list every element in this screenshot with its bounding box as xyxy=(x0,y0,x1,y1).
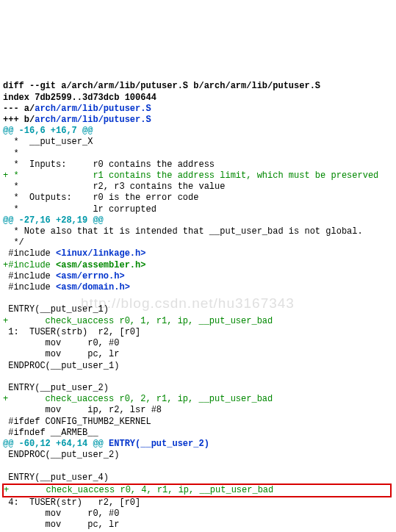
plus-prefix: +++ b/ xyxy=(3,115,35,125)
context-line: ENDPROC(__put_user_2) xyxy=(3,450,119,460)
context-line: 1: TUSER(strb) r2, [r0] xyxy=(3,327,140,337)
diff-body: diff --git a/arch/arm/lib/putuser.S b/ar… xyxy=(3,70,393,532)
context-line xyxy=(3,293,8,303)
minus-file: --- a/arch/arm/lib/putuser.S xyxy=(3,104,151,114)
context-line: mov pc, lr xyxy=(3,349,119,359)
include-path: <asm/errno.h> xyxy=(56,271,125,281)
context-line: mov ip, r2, lsr #8 xyxy=(3,405,162,415)
context-line: ENTRY(__put_user_2) xyxy=(3,383,109,393)
context-line: mov r0, #0 xyxy=(3,508,119,519)
include-line: #include <asm/errno.h> xyxy=(3,271,125,281)
context-line: * __put_user_X xyxy=(3,137,93,147)
context-line: ENTRY(__put_user_4) xyxy=(3,472,109,483)
hunk1-header: @@ -16,6 +16,7 @@ xyxy=(3,126,93,136)
added-include-line: +#include <asm/assembler.h> xyxy=(3,260,145,270)
context-line: * lr corrupted xyxy=(3,204,156,215)
context-line: 4: TUSER(str) r2, [r0] xyxy=(3,497,140,508)
context-line: #ifndef __ARMEB__ xyxy=(3,428,98,438)
diff-header-line: diff --git a/arch/arm/lib/putuser.S b/ar… xyxy=(3,81,320,91)
include-path: <asm/assembler.h> xyxy=(56,260,145,270)
include-line: #include <linux/linkage.h> xyxy=(3,248,145,259)
include-prefix: #include xyxy=(3,248,56,259)
include-prefix: +#include xyxy=(3,260,56,270)
highlighted-added-line: + check_uaccess r0, 4, r1, ip, __put_use… xyxy=(2,484,392,497)
context-line: #ifdef CONFIG_THUMB2_KERNEL xyxy=(3,417,151,427)
added-line: + check_uaccess r0, 1, r1, ip, __put_use… xyxy=(3,316,273,326)
hunk-range: @@ -60,12 +64,14 @@ xyxy=(3,439,104,449)
context-line: * r2, r3 contains the value xyxy=(3,181,225,192)
context-line xyxy=(3,461,8,471)
context-line: * Outputs: r0 is the error code xyxy=(3,193,198,203)
context-line: ENDPROC(__put_user_1) xyxy=(3,361,119,371)
context-line: ENTRY(__put_user_1) xyxy=(3,304,109,314)
index-line: index 7db2599..3d73dcb 100644 xyxy=(3,93,156,103)
minus-path: arch/arm/lib/putuser.S xyxy=(35,104,151,114)
context-line: mov pc, lr xyxy=(3,520,119,530)
minus-prefix: --- a/ xyxy=(3,104,35,114)
added-line: + * r1 contains the address limit, which… xyxy=(3,170,378,181)
include-prefix: #include xyxy=(3,282,56,292)
context-line: mov r0, #0 xyxy=(3,338,119,348)
context-line: * Inputs: r0 contains the address xyxy=(3,159,215,170)
context-line: * Note also that it is intended that __p… xyxy=(3,226,363,237)
include-line: #include <asm/domain.h> xyxy=(3,282,130,292)
context-line xyxy=(3,372,8,382)
hunk3-header: @@ -60,12 +64,14 @@ ENTRY(__put_user_2) xyxy=(3,439,209,449)
include-path: <linux/linkage.h> xyxy=(56,248,145,259)
hunk2-header: @@ -27,16 +28,19 @@ xyxy=(3,215,104,226)
include-prefix: #include xyxy=(3,271,56,281)
plus-file: +++ b/arch/arm/lib/putuser.S xyxy=(3,115,151,125)
added-line: + check_uaccess r0, 4, r1, ip, __put_use… xyxy=(4,485,273,495)
hunk-func: ENTRY(__put_user_2) xyxy=(104,439,209,449)
include-path: <asm/domain.h> xyxy=(56,282,130,292)
added-line: + check_uaccess r0, 2, r1, ip, __put_use… xyxy=(3,394,273,404)
plus-path: arch/arm/lib/putuser.S xyxy=(35,115,151,125)
context-line: */ xyxy=(3,237,24,248)
context-line: * xyxy=(3,148,19,159)
